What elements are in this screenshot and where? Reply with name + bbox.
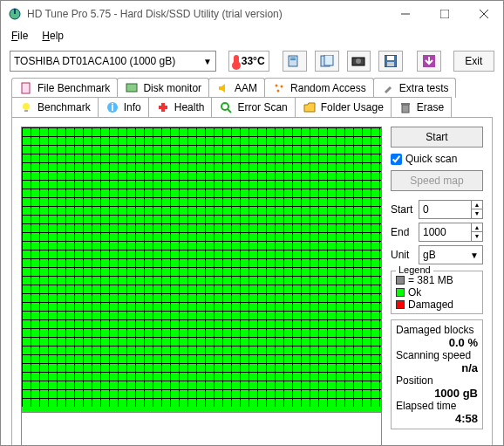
svg-text:i: i <box>111 101 113 113</box>
maximize-button[interactable] <box>425 1 464 27</box>
bulb-icon <box>19 100 33 114</box>
svg-rect-27 <box>159 106 167 109</box>
svg-point-22 <box>23 103 30 110</box>
thermometer-icon <box>234 55 239 67</box>
svg-rect-3 <box>440 10 449 18</box>
health-icon <box>156 100 170 114</box>
window-title: HD Tune Pro 5.75 - Hard Disk/SSD Utility… <box>27 8 385 20</box>
unit-select[interactable]: gB ▼ <box>419 245 483 264</box>
folder-icon <box>303 100 317 114</box>
svg-point-28 <box>221 103 228 110</box>
speaker-icon <box>216 81 230 95</box>
exit-button[interactable]: Exit <box>453 51 494 72</box>
tab-disk-monitor[interactable]: Disk monitor <box>117 78 209 98</box>
speed-map-button: Speed map <box>391 170 483 191</box>
side-panel: Start Quick scan Speed map Start ▲▼ End … <box>391 127 483 446</box>
save-button[interactable] <box>378 51 403 72</box>
svg-rect-7 <box>290 58 296 58</box>
drive-select-value: TOSHIBA DT01ACA100 (1000 gB) <box>14 55 175 67</box>
tab-erase[interactable]: Erase <box>391 97 452 117</box>
legend-box: Legend = 381 MB Ok Damaged <box>391 271 483 314</box>
start-input[interactable]: ▲▼ <box>419 200 483 219</box>
drive-select[interactable]: TOSHIBA DT01ACA100 (1000 gB) ▼ <box>10 51 216 72</box>
svg-rect-15 <box>387 62 394 66</box>
tools-icon <box>381 81 395 95</box>
menu-help[interactable]: Help <box>42 30 64 42</box>
spinner-icon[interactable]: ▲▼ <box>471 201 482 218</box>
scan-area <box>21 127 382 446</box>
scan-grid <box>21 127 382 413</box>
svg-point-20 <box>281 86 283 88</box>
app-icon <box>8 7 22 21</box>
svg-rect-23 <box>24 110 28 112</box>
copy-info-button[interactable] <box>283 51 307 72</box>
svg-rect-8 <box>290 59 296 60</box>
minimize-button[interactable] <box>385 1 425 27</box>
start-button[interactable]: Start <box>391 127 483 148</box>
file-benchmark-icon <box>19 81 33 95</box>
svg-rect-30 <box>402 105 409 113</box>
menubar: File Help <box>1 27 503 45</box>
refresh-button[interactable] <box>417 51 441 72</box>
titlebar: HD Tune Pro 5.75 - Hard Disk/SSD Utility… <box>1 1 503 27</box>
toolbar: TOSHIBA DT01ACA100 (1000 gB) ▼ 33°C Exit <box>1 45 503 78</box>
tab-random-access[interactable]: Random Access <box>264 78 374 98</box>
screenshot-button[interactable] <box>347 51 371 72</box>
quick-scan-checkbox[interactable]: Quick scan <box>391 153 483 165</box>
svg-rect-18 <box>126 84 137 92</box>
svg-point-21 <box>277 90 280 93</box>
stats-box: Damaged blocks 0.0 % Scanning speed n/a … <box>391 319 483 429</box>
info-icon: i <box>106 100 119 114</box>
svg-rect-17 <box>22 83 30 93</box>
temperature-display: 33°C <box>228 51 269 72</box>
random-icon <box>272 81 286 95</box>
svg-rect-10 <box>324 55 333 65</box>
svg-line-29 <box>228 109 231 113</box>
scan-log <box>21 413 382 446</box>
svg-rect-6 <box>289 56 297 66</box>
svg-point-12 <box>356 58 361 64</box>
tab-info[interactable]: iInfo <box>98 97 149 117</box>
end-label: End <box>391 226 415 238</box>
tab-aam[interactable]: AAM <box>208 78 265 98</box>
trash-icon <box>398 100 412 114</box>
tab-extra-tests[interactable]: Extra tests <box>373 78 457 98</box>
copy-screenshot-button[interactable] <box>315 51 339 72</box>
tabs: File Benchmark Disk monitor AAM Random A… <box>1 78 503 118</box>
svg-rect-1 <box>14 9 16 14</box>
end-input[interactable]: ▲▼ <box>419 223 483 242</box>
unit-label: Unit <box>391 249 415 261</box>
temperature-value: 33°C <box>242 55 265 67</box>
tab-error-scan[interactable]: Error Scan <box>211 97 295 117</box>
spinner-icon[interactable]: ▲▼ <box>471 223 482 241</box>
tab-health[interactable]: Health <box>148 97 213 117</box>
start-label: Start <box>391 203 415 216</box>
tab-file-benchmark[interactable]: File Benchmark <box>11 78 118 98</box>
svg-rect-31 <box>401 103 410 105</box>
svg-point-19 <box>276 85 278 87</box>
monitor-icon <box>125 81 139 95</box>
svg-rect-14 <box>387 56 394 60</box>
tab-benchmark[interactable]: Benchmark <box>11 97 99 117</box>
chevron-down-icon: ▼ <box>470 250 479 260</box>
close-button[interactable] <box>464 1 503 27</box>
tab-folder-usage[interactable]: Folder Usage <box>295 97 392 117</box>
magnifier-icon <box>219 100 233 114</box>
menu-file[interactable]: File <box>11 30 28 42</box>
chevron-down-icon: ▼ <box>203 57 212 66</box>
content-panel: Start Quick scan Speed map Start ▲▼ End … <box>11 117 493 446</box>
